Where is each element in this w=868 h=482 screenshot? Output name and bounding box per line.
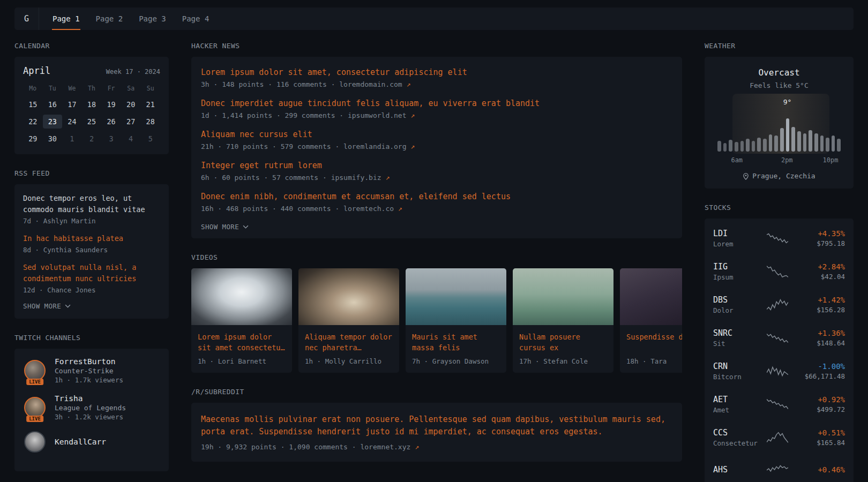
weather-bar	[797, 131, 801, 152]
hn-meta-text: 3h · 148 points · 116 comments ·	[201, 80, 339, 88]
calendar-day: 23	[43, 115, 63, 129]
hn-item-title[interactable]: Aliquam nec cursus elit	[201, 130, 672, 139]
stock-row[interactable]: CRNBitcorn-1.00%$66,171.48	[713, 355, 845, 388]
stock-left: AHS	[713, 465, 761, 475]
rss-show-more-label: SHOW MORE	[23, 302, 61, 310]
hn-item: Aliquam nec cursus elit21h · 710 points …	[201, 130, 672, 150]
video-card: Aliquam tempor dolor nec pharetra…1h · M…	[298, 268, 399, 373]
calendar-day: 30	[43, 132, 63, 146]
hn-item-meta: 1d · 1,414 points · 299 comments · ipsum…	[201, 111, 672, 119]
video-title[interactable]: Suspendisse diam	[626, 332, 682, 353]
stock-ticker: CCS	[713, 428, 761, 438]
stock-row[interactable]: SNRCSit+1.36%$148.64	[713, 321, 845, 355]
subreddit-post-title[interactable]: Maecenas mollis pulvinar erat non posuer…	[201, 413, 672, 439]
video-title[interactable]: Nullam posuere cursus ex	[519, 332, 607, 353]
stock-price: $66,171.48	[794, 372, 845, 380]
rss-item: In hac habitasse platea8d · Cynthia Saun…	[23, 233, 160, 254]
stock-row[interactable]: CCSConsectetur+0.51%$165.84	[713, 421, 845, 454]
calendar-header: April Week 17 · 2024	[23, 65, 160, 76]
stock-row[interactable]: AHS+0.46%	[713, 454, 845, 482]
calendar-day: 3	[101, 132, 121, 146]
twitch-channel[interactable]: KendallCarr	[23, 431, 160, 453]
tab-page-4[interactable]: Page 4	[174, 7, 218, 30]
video-body: Mauris sit amet massa felis7h · Grayson …	[406, 325, 506, 373]
calendar-weekday: Th	[82, 82, 102, 94]
video-body: Suspendisse diam18h · Tara	[620, 325, 682, 373]
weather-bars	[717, 98, 841, 152]
calendar-weekday: Su	[140, 82, 160, 94]
weather-bar	[723, 143, 727, 152]
rss-card: Donec tempor eros leo, ut commodo mauris…	[14, 184, 169, 319]
stock-price: $499.72	[794, 405, 845, 413]
stock-change: +4.35%	[794, 229, 845, 238]
stock-right: +4.35%$795.18	[794, 229, 845, 247]
video-thumbnail[interactable]	[191, 268, 292, 325]
video-title[interactable]: Mauris sit amet massa felis	[412, 332, 500, 353]
hn-domain-link[interactable]: loremtech.co ↗	[343, 205, 402, 213]
stock-sparkline	[761, 461, 794, 478]
hn-domain-link[interactable]: loremlandia.org ↗	[343, 142, 415, 150]
live-badge: LIVE	[26, 379, 43, 385]
calendar-day: 17	[62, 97, 82, 111]
app-logo[interactable]: G	[14, 7, 39, 30]
rss-item: Sed volutpat nulla nisl, a condimentum n…	[23, 262, 160, 294]
hn-item: Donec enim nibh, condimentum et accumsan…	[201, 192, 672, 213]
content: CALENDAR April Week 17 · 2024 MoTuWeThFr…	[14, 42, 854, 482]
weather-temp-label: 9°	[783, 98, 792, 106]
calendar-weekday: Sa	[121, 82, 141, 94]
hn-show-more-button[interactable]: SHOW MORE	[201, 223, 249, 231]
stock-row[interactable]: LDILorem+4.35%$795.18	[713, 222, 845, 255]
calendar-weekday: Tu	[43, 82, 63, 94]
hn-domain-link[interactable]: loremdomain.com ↗	[339, 80, 410, 88]
rss-show-more-button[interactable]: SHOW MORE	[23, 302, 71, 310]
tab-page-1[interactable]: Page 1	[44, 7, 88, 30]
videos-section-title: VIDEOS	[191, 253, 682, 261]
hn-item-title[interactable]: Lorem ipsum dolor sit amet, consectetur …	[201, 67, 672, 77]
twitch-channel[interactable]: LIVEForrestBurtonCounter-Strike1h · 1.7k…	[23, 357, 160, 384]
video-thumbnail[interactable]	[620, 268, 682, 325]
rss-item-title[interactable]: Sed volutpat nulla nisl, a condimentum n…	[23, 262, 160, 284]
hn-domain-link[interactable]: ipsumworld.net ↗	[348, 111, 415, 119]
avatar	[24, 397, 46, 418]
twitch-channel[interactable]: LIVETrishaLeague of Legends3h · 1.2k vie…	[23, 394, 160, 421]
hn-show-more-label: SHOW MORE	[201, 223, 239, 231]
rss-item-title[interactable]: Donec tempor eros leo, ut commodo mauris…	[23, 193, 160, 215]
hn-item-title[interactable]: Donec enim nibh, condimentum et accumsan…	[201, 192, 672, 201]
stock-row[interactable]: DBSDolor+1.42%$156.28	[713, 288, 845, 321]
rss-item: Donec tempor eros leo, ut commodo mauris…	[23, 193, 160, 225]
subreddit-section: /R/SUBREDDIT Maecenas mollis pulvinar er…	[191, 388, 682, 462]
hn-meta-text: 16h · 468 points · 440 comments ·	[201, 205, 343, 213]
chevron-down-icon	[65, 304, 71, 308]
hn-item-title[interactable]: Integer eget rutrum lorem	[201, 161, 672, 170]
video-thumbnail[interactable]	[298, 268, 399, 325]
stock-row[interactable]: IIGIpsum+2.84%$42.04	[713, 255, 845, 288]
hn-domain-link[interactable]: ipsumify.biz ↗	[331, 174, 390, 182]
calendar-grid: MoTuWeThFrSaSu15161718192021222324252627…	[23, 82, 160, 146]
video-title[interactable]: Aliquam tempor dolor nec pharetra…	[305, 332, 393, 353]
calendar-section: CALENDAR April Week 17 · 2024 MoTuWeThFr…	[14, 42, 169, 154]
middle-column: HACKER NEWS Lorem ipsum dolor sit amet, …	[191, 42, 682, 482]
tab-page-3[interactable]: Page 3	[131, 7, 174, 30]
weather-bar	[717, 141, 721, 152]
video-thumbnail[interactable]	[406, 268, 506, 325]
stock-name: Ipsum	[713, 273, 761, 281]
rss-item-title[interactable]: In hac habitasse platea	[23, 233, 160, 244]
subreddit-domain-link[interactable]: loremnet.xyz ↗	[360, 443, 419, 451]
tab-page-2[interactable]: Page 2	[88, 7, 131, 30]
video-thumbnail[interactable]	[513, 268, 613, 325]
stock-sparkline	[761, 396, 794, 413]
weather-bar	[809, 130, 812, 152]
weather-chart: 9°	[717, 98, 841, 152]
stock-ticker: DBS	[713, 295, 761, 305]
video-body: Nullam posuere cursus ex17h · Stefan Col…	[513, 325, 613, 373]
video-meta: 17h · Stefan Cole	[519, 357, 607, 365]
weather-location-text: Prague, Czechia	[752, 172, 815, 180]
video-meta: 18h · Tara	[626, 357, 682, 365]
stock-row[interactable]: AETAmet+0.92%$499.72	[713, 388, 845, 421]
stock-sparkline	[761, 363, 794, 380]
hn-item-title[interactable]: Donec imperdiet augue tincidunt felis al…	[201, 99, 672, 108]
video-title[interactable]: Lorem ipsum dolor sit amet consectetu…	[198, 332, 286, 353]
subreddit-card: Maecenas mollis pulvinar erat non posuer…	[191, 403, 682, 462]
external-link-icon: ↗	[398, 205, 402, 213]
calendar-week-label: Week 17 · 2024	[106, 68, 160, 76]
